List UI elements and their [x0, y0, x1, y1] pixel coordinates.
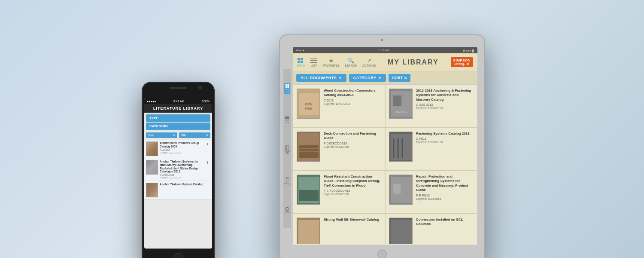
phone-sort-row: Date ▼ Title ▼: [144, 131, 212, 140]
phone-time: 9:41 AM: [173, 100, 185, 103]
grid-item-title: Fastening Systems Catalog 2011: [416, 132, 474, 136]
tablet-screen: iPad ▲ 11:02 AM 🔒 94% ▓ GRID LIST: [293, 47, 477, 245]
grid-icon: [297, 58, 305, 64]
grid-item[interactable]: Strong-Wall SB Shearwall Catalog: [293, 214, 385, 244]
grid-item-info: Fastening Systems Catalog 2011 C-FS11 Ex…: [416, 132, 474, 144]
all-documents-filter[interactable]: ALL DOCUMENTS ▼: [296, 74, 346, 82]
grid-item-code: F-C-FLOODCON13: [324, 189, 381, 192]
phone-filter-type[interactable]: TYPE: [146, 114, 210, 122]
svg-rect-40: [299, 190, 319, 201]
svg-rect-26: [393, 95, 401, 106]
svg-text:2012-2013: 2012-2013: [395, 111, 407, 113]
grid-item-info: Repair, Protection and Strengthening Sys…: [416, 175, 474, 200]
grid-item[interactable]: Fastening Systems Catalog 2011 C-FS11 Ex…: [385, 128, 477, 171]
grid-item-expires: Expires: 12/31/2013: [416, 107, 474, 110]
list-item[interactable]: Anchor Tiedown Systems for Multi-Storey …: [144, 158, 212, 181]
grid-item-thumb: [389, 175, 413, 205]
tablet-home-button[interactable]: [377, 249, 387, 258]
favorites-label: FAVORITES: [323, 64, 340, 67]
grid-item-thumb: 2012-2013: [389, 89, 413, 119]
grid-item-title: 2012-2013 Anchoring & Fastening Systems …: [416, 89, 474, 102]
list-item-title: Architectural Products Group Catalog 200…: [160, 141, 204, 148]
tab-search[interactable]: 🔍 SEARCH: [345, 58, 357, 67]
phone-home-button[interactable]: [173, 253, 183, 258]
grid-item[interactable]: Repair, Protection and Strengthening Sys…: [385, 171, 477, 214]
logo-line1: SIMPSON: [453, 58, 471, 63]
tab-favorites[interactable]: ★ FAVORITES: [323, 58, 340, 67]
grid-item-code: C-2013: [324, 99, 381, 102]
svg-rect-0: [286, 84, 287, 86]
grid-item-code: F-R-PG13: [416, 194, 474, 197]
phone-camera: [198, 86, 202, 89]
grid-item-expires: Expires: 12/31/2014: [324, 102, 381, 105]
category-filter[interactable]: CATEGORY ▼: [349, 74, 386, 82]
grid-item-info: Strong-Wall SB Shearwall Catalog: [324, 218, 381, 223]
svg-text:i: i: [287, 208, 287, 211]
actions-label: ACTIONS: [362, 64, 376, 67]
phone-sort-title-btn[interactable]: Title ▼: [179, 132, 210, 138]
grid-item-expires: Expires: 12/31/2013: [416, 141, 474, 144]
grid-item[interactable]: Deck Connection and Fastening Guide F-DE…: [293, 128, 385, 171]
svg-rect-16: [301, 61, 303, 63]
grid-item[interactable]: Connectors Installed on SCL Columns: [385, 214, 477, 244]
svg-rect-43: [393, 184, 401, 194]
list-item-thumb: [146, 183, 158, 197]
list-item-title: Anchor Tiedown System Catalog: [160, 183, 210, 186]
list-item-thumb: [146, 160, 158, 175]
sort-button[interactable]: SORT ⇅: [389, 74, 410, 82]
phone-sort-date-btn[interactable]: Date ▼: [146, 132, 177, 138]
grid-item-code: C-SAS-2012: [416, 103, 474, 106]
grid-item-thumb: [297, 175, 320, 205]
download-icon[interactable]: ⬇: [206, 142, 210, 147]
tab-actions[interactable]: ↗ ACTIONS: [362, 58, 376, 67]
grid-item-thumb: [389, 218, 413, 244]
grid-item-info: Flood-Resistant Construction Guide - Ins…: [324, 175, 381, 196]
tablet-status-time: 11:02 AM: [378, 49, 389, 52]
phone-filter-category[interactable]: CATEGORY: [146, 123, 210, 130]
tablet-grid: GEN PINE Wood Construction Connectors Ca…: [293, 85, 477, 244]
sidebar-item-viewer[interactable]: VIEWER: [284, 145, 290, 154]
sidebar-item-info[interactable]: i INFO: [284, 207, 290, 214]
all-documents-label: ALL DOCUMENTS: [301, 76, 337, 80]
phone-speaker: [170, 87, 187, 89]
sidebar-item-settings[interactable]: SETTINGS: [284, 176, 290, 185]
svg-rect-45: [298, 220, 319, 244]
grid-item-code: C-FS11: [416, 137, 474, 140]
tablet-device: MYLIB LISTLIB VIEWER SETTINGS i INFO iPa…: [279, 34, 485, 258]
sidebar-item-list-library[interactable]: LISTLIB: [284, 116, 290, 124]
svg-rect-1: [288, 84, 289, 86]
grid-item-thumb: [389, 132, 413, 162]
list-item[interactable]: Anchor Tiedown System Catalog: [144, 181, 212, 200]
grid-item[interactable]: Flood-Resistant Construction Guide - Ins…: [293, 171, 385, 214]
phone-type-label: TYPE: [149, 116, 158, 120]
grid-item[interactable]: 2012-2013 2012-2013 Anchoring & Fastenin…: [385, 85, 477, 128]
svg-rect-7: [286, 146, 289, 149]
tablet-nav-icons: GRID LIST ★ FAVORITES 🔍 SEARCH ↗: [297, 58, 376, 67]
download-icon[interactable]: ⬇: [206, 161, 210, 165]
sort-label: SORT: [392, 76, 403, 80]
brand-logo: SIMPSON Strong-Tie: [451, 57, 473, 68]
phone-category-label: CATEGORY: [149, 124, 168, 128]
tab-grid[interactable]: GRID: [297, 58, 305, 67]
grid-item[interactable]: GEN PINE Wood Construction Connectors Ca…: [293, 85, 385, 128]
grid-item-title: Strong-Wall SB Shearwall Catalog: [324, 218, 381, 222]
sidebar-list-label: LISTLIB: [285, 120, 290, 124]
list-item-title: Anchor Tiedown Systems for Multi-Storey …: [160, 160, 204, 173]
tab-list[interactable]: LIST: [310, 58, 318, 67]
phone-title-text: LITERATURE LIBRARY: [153, 106, 204, 111]
chevron-down-icon: ▼: [206, 134, 209, 137]
star-icon: ★: [327, 58, 335, 64]
phone-status-bar: ●●●●● 9:41 AM 100%: [144, 98, 212, 104]
tablet-status-left: iPad ▲: [296, 49, 305, 52]
list-label: LIST: [311, 64, 317, 67]
grid-item-code: F-DECKCODE13: [324, 142, 381, 145]
grid-item-info: Wood Construction Connectors Catalog 201…: [324, 89, 381, 105]
search-icon: 🔍: [347, 58, 355, 64]
list-item[interactable]: Architectural Products Group Catalog 200…: [144, 140, 212, 158]
sidebar-item-my-library[interactable]: MYLIB: [284, 83, 290, 94]
grid-item-info: 2012-2013 Anchoring & Fastening Systems …: [416, 89, 474, 110]
list-item-text: Anchor Tiedown Systems for Multi-Storey …: [160, 160, 204, 179]
list-item-text: Anchor Tiedown System Catalog: [160, 183, 210, 186]
tablet-status-bar: iPad ▲ 11:02 AM 🔒 94% ▓: [293, 47, 477, 53]
tablet-filter-bar: ALL DOCUMENTS ▼ CATEGORY ▼ SORT ⇅: [293, 71, 477, 85]
